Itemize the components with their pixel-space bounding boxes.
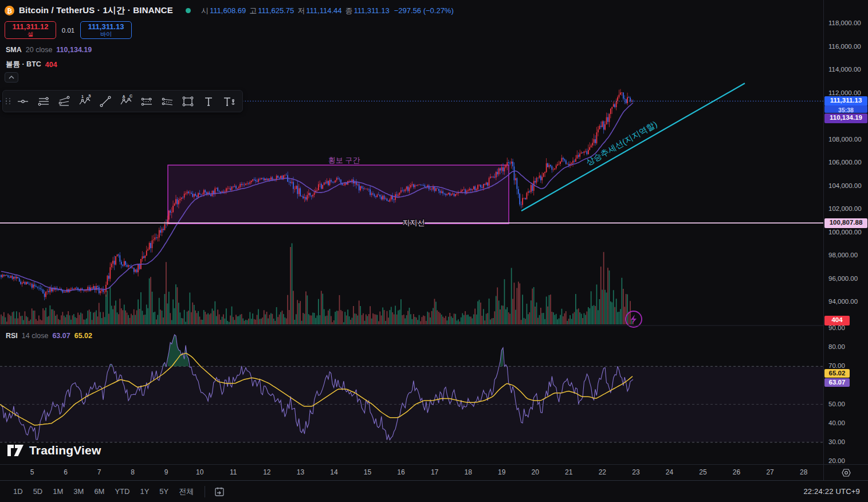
toolbar-divider <box>205 486 205 497</box>
low-label: 저 <box>297 6 305 16</box>
range-5y-button[interactable]: 5Y <box>154 485 174 498</box>
elliott-wave-icon[interactable]: 15 <box>75 92 95 111</box>
day-tick: 7 <box>97 468 101 476</box>
axis-settings-corner[interactable] <box>823 464 868 480</box>
uptrend-line <box>521 83 745 211</box>
range-all-button[interactable]: 전체 <box>174 484 199 499</box>
order-panel: 111,311.12 셀 0.01 111,311.13 바이 <box>5 21 132 39</box>
day-tick: 23 <box>632 468 639 476</box>
day-tick: 11 <box>230 468 237 476</box>
toolbar-drag-handle-icon[interactable] <box>4 95 12 108</box>
volume-legend[interactable]: 볼륨 · BTC 404 <box>6 60 57 69</box>
abc-pattern-icon[interactable]: AC <box>116 92 136 111</box>
high-value: 111,625.75 <box>258 6 294 15</box>
tradingview-wordmark: TradingView <box>29 444 101 457</box>
range-1d-button[interactable]: 1D <box>8 485 28 498</box>
day-tick: 10 <box>196 468 203 476</box>
high-label: 고 <box>249 6 257 16</box>
rsi-ma-value: 65.02 <box>74 332 92 340</box>
rsi-name: RSI <box>6 332 18 340</box>
trend-line-icon[interactable] <box>96 92 115 111</box>
parallel-channel-icon[interactable] <box>137 92 156 111</box>
day-tick: 13 <box>297 468 304 476</box>
rectangle-icon[interactable] <box>178 92 198 111</box>
day-tick: 12 <box>263 468 270 476</box>
collapse-legend-button[interactable] <box>5 72 18 83</box>
buy-label: 바이 <box>100 32 112 38</box>
price-tick: 106,000.00 <box>828 159 862 166</box>
price-tick: 114,000.00 <box>828 66 861 73</box>
sell-label: 셀 <box>28 32 33 38</box>
svg-text:A: A <box>123 95 125 99</box>
symbol-title[interactable]: Bitcoin / TetherUS · 1시간 · BINANCE <box>19 5 173 16</box>
range-3m-button[interactable]: 3M <box>68 485 89 498</box>
go-to-date-button[interactable] <box>211 484 228 499</box>
rsi-legend[interactable]: RSI 14 close 63.07 65.02 <box>6 332 92 340</box>
btc-logo-icon: ₿ <box>5 6 14 15</box>
sell-button[interactable]: 111,311.12 셀 <box>5 21 56 39</box>
session-clock[interactable]: 22:24:22 UTC+9 <box>803 487 860 496</box>
disjoint-channel-icon[interactable] <box>54 92 74 111</box>
sma-params: 20 close <box>26 46 53 54</box>
uptrend-line-label: 상승추세선(지지역할) <box>584 119 659 167</box>
ohlc-values: 시111,608.69 고111,625.75 저111,114.44 종111… <box>201 6 454 16</box>
volume-value-badge: 404 <box>824 316 850 325</box>
price-tick: 108,000.00 <box>828 136 862 143</box>
range-ytd-button[interactable]: YTD <box>109 485 135 498</box>
day-tick: 9 <box>164 468 168 476</box>
sma-legend[interactable]: SMA 20 close 110,134.19 <box>6 46 92 54</box>
price-tick: 118,000.00 <box>828 19 861 26</box>
gear-icon <box>841 468 851 478</box>
day-tick: 15 <box>364 468 371 476</box>
regression-trend-icon[interactable] <box>158 92 177 111</box>
day-tick: 21 <box>565 468 572 476</box>
anchored-text-icon[interactable] <box>219 92 239 111</box>
text-tool-icon[interactable] <box>199 92 218 111</box>
rsi-value: 63.07 <box>52 332 70 340</box>
chart-canvas[interactable]: 횡보 구간 지지선 상승추세선(지지역할) <box>0 0 868 480</box>
day-tick: 14 <box>330 468 337 476</box>
range-1y-button[interactable]: 1Y <box>135 485 154 498</box>
range-6m-button[interactable]: 6M <box>89 485 109 498</box>
day-tick: 19 <box>498 468 505 476</box>
volume-name: 볼륨 · BTC <box>6 60 41 69</box>
rsi-tick: 40.00 <box>828 419 845 426</box>
drawing-toolbar: 15 AC <box>2 90 243 112</box>
price-tick: 112,000.00 <box>828 89 861 96</box>
buy-price: 111,311.13 <box>88 23 124 31</box>
time-axis[interactable]: 5678910111213141516171819202122232425262… <box>0 464 823 480</box>
range-1m-button[interactable]: 1M <box>48 485 68 498</box>
rsi-tick: 20.00 <box>828 457 845 464</box>
range-box <box>168 165 509 223</box>
price-axis[interactable]: 118,000.00116,000.00114,000.00112,000.00… <box>823 0 868 480</box>
market-status-dot-icon[interactable] <box>186 8 191 13</box>
day-tick: 27 <box>766 468 773 476</box>
bottom-toolbar: 1D 5D 1M 3M 6M YTD 1Y 5Y 전체 22:24:22 UTC… <box>0 480 868 502</box>
range-5d-button[interactable]: 5D <box>28 485 48 498</box>
horizontal-line-icon[interactable] <box>13 92 33 111</box>
day-tick: 16 <box>397 468 404 476</box>
spread-value: 0.01 <box>56 27 80 34</box>
current-price-badge: 111,311.13 <box>824 96 867 106</box>
open-value: 111,608.69 <box>210 6 246 15</box>
volume-down-bars <box>1 247 634 324</box>
volume-value: 404 <box>45 61 57 69</box>
chart-layers: 횡보 구간 지지선 상승추세선(지지역할) <box>0 83 823 442</box>
buy-button[interactable]: 111,311.13 바이 <box>80 21 132 39</box>
day-tick: 28 <box>800 468 807 476</box>
price-tick: 96,000.00 <box>828 275 858 282</box>
tradingview-chart-app: 횡보 구간 지지선 상승추세선(지지역할) ₿ Bitcoin / Tether… <box>0 0 868 502</box>
price-tick: 104,000.00 <box>828 182 862 189</box>
range-box-label: 횡보 구간 <box>328 156 360 164</box>
sma-value-badge: 110,134.19 <box>824 113 867 123</box>
rsi-tick: 50.00 <box>828 401 845 407</box>
day-tick: 26 <box>733 468 740 476</box>
sma-value: 110,134.19 <box>56 46 92 54</box>
day-tick: 22 <box>599 468 606 476</box>
svg-text:1: 1 <box>81 95 84 99</box>
price-tick: 116,000.00 <box>828 43 861 50</box>
horizontal-rays-icon[interactable] <box>34 92 53 111</box>
change-value: −297.56 (−0.27%) <box>394 6 454 15</box>
rsi-params: 14 close <box>22 332 49 340</box>
rsi-tick: 30.00 <box>828 438 845 445</box>
